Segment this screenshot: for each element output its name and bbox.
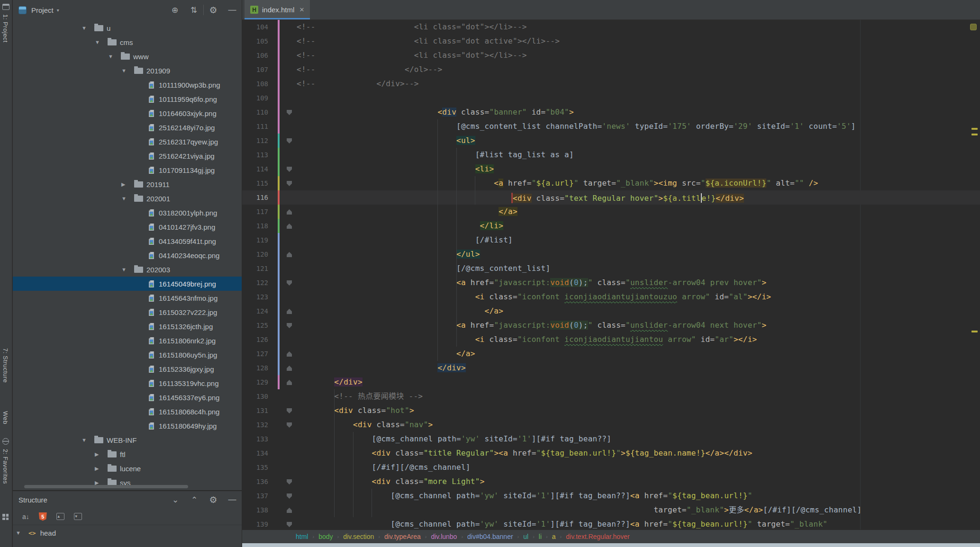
code-line[interactable]: 116 <div class="text Regular hover">${a.… [242, 190, 980, 205]
code-text[interactable]: <div class="banner" id="b04"> [297, 105, 574, 119]
code-text[interactable]: </div> [297, 361, 466, 375]
code-editor[interactable]: 104<!-- <li class="dot"></li>-->105<!-- … [242, 20, 980, 529]
code-text[interactable]: <!-- <li class="dot active"></li>--> [297, 34, 560, 48]
tree-item[interactable]: 10164603xjyk.png [13, 106, 242, 120]
code-line[interactable]: 109 [242, 91, 980, 105]
code-text[interactable]: <!-- 热点要闻模块 --> [297, 389, 423, 404]
chevron-expanded-icon[interactable]: ▼ [121, 68, 134, 73]
code-line[interactable]: 122 <a href="javascript:void(0);" class=… [242, 276, 980, 290]
chevron-expanded-icon[interactable]: ▼ [121, 267, 134, 272]
code-text[interactable]: <i class="iconfont iconjiaodiantujiantou… [297, 332, 757, 347]
toolwindow-button-structure[interactable]: 7: Structure [2, 348, 9, 383]
tree-item[interactable]: 03182001ylph.png [13, 206, 242, 220]
code-line[interactable]: 126 <i class="iconfont iconjiaodiantujia… [242, 332, 980, 347]
code-text[interactable]: <div class="text Regular hover">${a.titl… [297, 190, 744, 206]
tree-item[interactable]: 04140234eoqc.png [13, 248, 242, 262]
code-text[interactable]: <div class="more Light"> [297, 475, 485, 489]
code-line[interactable]: 117 </a> [242, 205, 980, 219]
code-text[interactable]: <!-- <li class="dot"></li>--> [297, 20, 527, 34]
fold-end-icon[interactable] [287, 209, 292, 215]
code-line[interactable]: 104<!-- <li class="dot"></li>--> [242, 20, 980, 34]
collapse-all-icon[interactable]: ⇅ [184, 5, 203, 15]
fold-start-icon[interactable] [287, 408, 292, 413]
code-text[interactable]: <div class="hot"> [297, 404, 414, 418]
fold-end-icon[interactable] [287, 224, 292, 229]
tree-item[interactable]: ▼201909 [13, 63, 242, 78]
expand-all-icon[interactable]: ⌄ [166, 495, 185, 505]
chevron-expanded-icon[interactable]: ▼ [82, 437, 94, 443]
code-line[interactable]: 107<!-- </ol>--> [242, 63, 980, 77]
tree-item[interactable]: 25162421viya.jpg [13, 149, 242, 163]
tree-item[interactable]: ▶201911 [13, 177, 242, 191]
fold-start-icon[interactable] [287, 323, 292, 328]
fold-end-icon[interactable] [287, 309, 292, 314]
chevron-collapsed-icon[interactable]: ▶ [95, 466, 108, 472]
code-line[interactable]: 105<!-- <li class="dot active"></li>--> [242, 34, 980, 48]
code-text[interactable]: <div class="nav"> [297, 418, 433, 432]
breadcrumb-item[interactable]: body [318, 533, 333, 540]
globe-icon[interactable] [2, 438, 9, 445]
code-text[interactable]: </ul> [297, 247, 480, 261]
locate-file-icon[interactable]: ⊕ [165, 5, 184, 15]
code-line[interactable]: 111 [@cms_content_list channelPath='news… [242, 119, 980, 134]
hide-panel-icon[interactable]: — [223, 495, 242, 504]
tree-item[interactable]: 161518068c4h.png [13, 404, 242, 419]
tree-item[interactable]: 04101427jfv3.png [13, 220, 242, 234]
tree-item[interactable]: 1017091134gj.jpg [13, 163, 242, 177]
expand-node-icon[interactable]: ▲ [56, 513, 64, 520]
fold-start-icon[interactable] [287, 280, 292, 286]
code-text[interactable]: target="_blank">更多</a>[/#if][/@cms_chann… [297, 503, 862, 517]
fold-end-icon[interactable] [287, 508, 292, 513]
tree-item[interactable]: 16145643nfmo.jpg [13, 291, 242, 305]
sort-alpha-icon[interactable]: a↓ [22, 513, 29, 520]
tree-item[interactable]: 16152336jgxy.jpg [13, 362, 242, 376]
code-text[interactable]: [@cms_content_list channelPath='news' ty… [297, 119, 856, 134]
tree-item[interactable]: 161135319vhc.png [13, 376, 242, 390]
collapse-node-icon[interactable]: ▼ [74, 513, 82, 520]
warning-stripe-mark[interactable] [971, 331, 978, 332]
tree-item[interactable]: 1615180649hy.jpg [13, 419, 242, 433]
tree-item[interactable]: ▼202001 [13, 191, 242, 206]
fold-start-icon[interactable] [287, 479, 292, 484]
collapse-all-icon[interactable]: ⌃ [185, 495, 204, 505]
tree-item[interactable]: ▼www [13, 49, 242, 63]
project-panel-title[interactable]: Project [31, 6, 54, 14]
breadcrumb-item[interactable]: div.typeArea [384, 533, 421, 540]
code-line[interactable]: 127 </a> [242, 347, 980, 361]
breadcrumb-item[interactable]: div.lunbo [431, 533, 457, 540]
fold-start-icon[interactable] [287, 181, 292, 186]
structure-item-head[interactable]: ▼ <> head [13, 525, 242, 540]
code-line[interactable]: 113 [#list tag_list as a] [242, 148, 980, 162]
code-text[interactable]: [@cms_channel path='yw' siteId='1'][#if … [297, 517, 827, 529]
code-text[interactable]: <!-- </div>--> [297, 77, 419, 91]
tree-item[interactable]: 10111900wp3b.png [13, 78, 242, 92]
breadcrumb-item[interactable]: html [296, 533, 308, 540]
chevron-collapsed-icon[interactable]: ▶ [95, 451, 108, 457]
tree-item[interactable]: 161456337ey6.png [13, 390, 242, 404]
toolwindow-button-web[interactable]: Web [2, 411, 9, 424]
tree-item[interactable]: ▼u [13, 21, 242, 35]
tree-item[interactable]: 04134059f41t.png [13, 234, 242, 248]
code-line[interactable]: 130 <!-- 热点要闻模块 --> [242, 389, 980, 404]
code-text[interactable]: <!-- <li class="dot"></li>--> [297, 48, 527, 63]
tree-item[interactable]: ▶lucene [13, 461, 242, 475]
toolwindow-button-favorites[interactable]: 2: Favorites [2, 449, 9, 484]
code-line[interactable]: 119 [/#list] [242, 233, 980, 247]
chevron-expanded-icon[interactable]: ▼ [82, 25, 94, 31]
code-line[interactable]: 125 <a href="javascript:void(0);" class=… [242, 318, 980, 332]
code-line[interactable]: 121 [/@cms_content_list] [242, 261, 980, 276]
code-text[interactable]: <li> [297, 162, 494, 176]
inspection-indicator[interactable] [970, 24, 977, 30]
tree-item[interactable]: 16151806nrk2.jpg [13, 333, 242, 348]
code-line[interactable]: 114 <li> [242, 162, 980, 176]
breadcrumb-item[interactable]: div.section [343, 533, 374, 540]
fold-start-icon[interactable] [287, 522, 292, 527]
fold-end-icon[interactable] [287, 366, 292, 371]
code-text[interactable]: <div class="title Regular"><a href="${ta… [297, 446, 753, 460]
chevron-collapsed-icon[interactable]: ▶ [121, 181, 134, 188]
tree-item[interactable]: 10111959q6fo.png [13, 92, 242, 106]
code-text[interactable]: [/#if][/@cms_channel] [297, 460, 471, 475]
code-text[interactable]: [#list tag_list as a] [297, 148, 574, 162]
fold-start-icon[interactable] [287, 422, 292, 428]
breadcrumb-item[interactable]: div#b04.banner [467, 533, 513, 540]
